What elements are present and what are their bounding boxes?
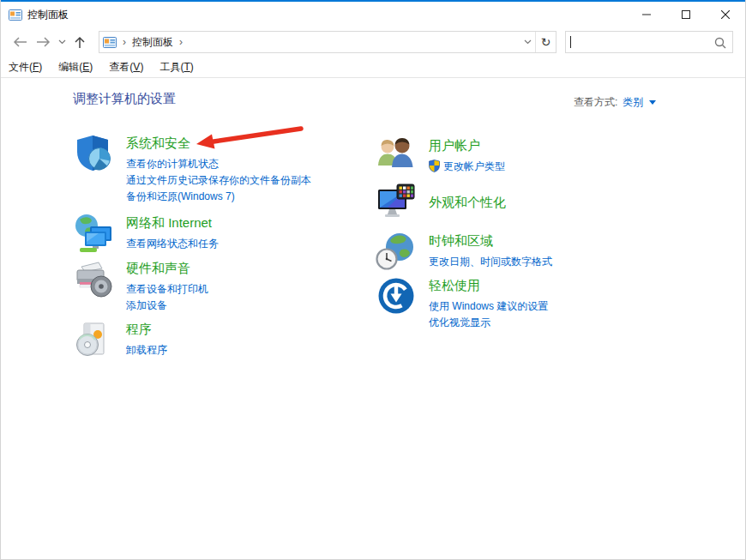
view-by-value[interactable]: 类别: [623, 95, 643, 110]
menu-bar: 文件(F) 编辑(E) 查看(V) 工具(T): [1, 57, 745, 78]
category-clock-region: 时钟和区域 更改日期、时间或数字格式: [376, 231, 552, 272]
chevron-down-icon[interactable]: [649, 100, 656, 105]
forward-button[interactable]: [32, 30, 56, 54]
menu-label: 工具(: [159, 61, 183, 73]
printer-speaker-icon[interactable]: [73, 258, 114, 299]
arrow-up-icon: [74, 35, 86, 49]
category-system-and-security: 系统和安全 查看你的计算机状态 通过文件历史记录保存你的文件备份副本 备份和还原…: [73, 133, 311, 205]
menu-label: ): [140, 61, 143, 73]
page-title: 调整计算机的设置: [73, 91, 176, 107]
control-panel-icon: [9, 9, 22, 21]
minimize-icon: [642, 10, 651, 19]
category-title-clock-region[interactable]: 时钟和区域: [429, 232, 552, 250]
task-link-view-devices-printers[interactable]: 查看设备和打印机: [126, 281, 208, 298]
control-panel-window: 控制面板: [0, 0, 746, 560]
task-link-backup-restore-win7[interactable]: 备份和还原(Windows 7): [126, 189, 311, 205]
task-link-file-history-backup[interactable]: 通过文件历史记录保存你的文件备份副本: [126, 172, 311, 189]
menu-label: 编辑(: [58, 61, 82, 73]
category-title-system-security[interactable]: 系统和安全: [126, 135, 311, 152]
category-title-user-accounts[interactable]: 用户帐户: [429, 137, 505, 154]
category-title-network-internet[interactable]: 网络和 Internet: [126, 214, 219, 232]
uac-shield-icon: [429, 160, 440, 178]
category-title-ease-of-access[interactable]: 轻松使用: [429, 277, 548, 294]
category-hardware-sound: 硬件和声音 查看设备和打印机 添加设备: [73, 258, 208, 314]
task-link-change-account-type[interactable]: 更改帐户类型: [429, 159, 505, 178]
minimize-button[interactable]: [627, 2, 666, 27]
task-link-optimize-visual-display[interactable]: 优化视觉显示: [429, 315, 548, 331]
breadcrumb-separator[interactable]: ›: [117, 36, 132, 48]
category-ease-of-access: 轻松使用 使用 Windows 建议的设置 优化视觉显示: [376, 275, 548, 331]
window-controls: [627, 2, 745, 27]
breadcrumb-separator[interactable]: ›: [173, 36, 189, 48]
address-bar[interactable]: › 控制面板 › ↻: [99, 31, 556, 53]
maximize-icon: [682, 10, 690, 19]
task-link-add-device[interactable]: 添加设备: [126, 298, 208, 314]
breadcrumb-control-panel[interactable]: 控制面板: [132, 35, 173, 50]
up-button[interactable]: [68, 30, 92, 54]
category-title-programs[interactable]: 程序: [126, 321, 167, 338]
menu-edit[interactable]: 编辑(E): [58, 60, 93, 75]
control-panel-icon: [103, 37, 117, 48]
refresh-icon: ↻: [541, 35, 551, 49]
category-title-hardware-sound[interactable]: 硬件和声音: [126, 260, 208, 277]
task-link-uninstall-program[interactable]: 卸载程序: [126, 342, 167, 358]
task-link-suggested-settings[interactable]: 使用 Windows 建议的设置: [429, 298, 548, 315]
task-link-change-date-time-format[interactable]: 更改日期、时间或数字格式: [429, 254, 552, 270]
menu-file[interactable]: 文件(F): [9, 60, 42, 75]
search-icon: [714, 37, 726, 52]
category-user-accounts: 用户帐户 更改帐户类型: [376, 135, 505, 178]
chevron-down-icon: [524, 39, 532, 45]
menu-label: 查看(: [109, 61, 133, 73]
close-button[interactable]: [706, 2, 745, 27]
menu-label: ): [89, 61, 93, 73]
globe-clock-icon[interactable]: [376, 231, 417, 272]
software-box-cd-icon[interactable]: [73, 319, 114, 360]
ease-of-access-icon[interactable]: [376, 275, 417, 316]
menu-label: ): [39, 61, 42, 73]
menu-label: 文件(: [9, 61, 33, 73]
task-link-view-network-status[interactable]: 查看网络状态和任务: [126, 236, 219, 252]
recent-pages-dropdown[interactable]: [56, 30, 68, 54]
window-title: 控制面板: [27, 8, 69, 22]
close-icon: [721, 10, 730, 19]
address-dropdown-button[interactable]: [520, 32, 535, 52]
refresh-button[interactable]: ↻: [535, 32, 556, 52]
task-link-review-computer-status[interactable]: 查看你的计算机状态: [126, 156, 311, 172]
two-users-icon[interactable]: [376, 135, 417, 177]
monitor-palette-icon[interactable]: [376, 182, 417, 223]
menu-access-key: T: [183, 61, 190, 73]
menu-label: ): [190, 61, 194, 73]
arrow-right-icon: [36, 36, 51, 48]
category-title-appearance[interactable]: 外观和个性化: [429, 194, 506, 211]
menu-tools[interactable]: 工具(T): [159, 60, 193, 75]
view-by-label: 查看方式:: [574, 95, 617, 110]
menu-view[interactable]: 查看(V): [109, 60, 143, 75]
arrow-left-icon: [12, 36, 27, 48]
back-button[interactable]: [8, 30, 32, 54]
search-box[interactable]: [565, 31, 733, 53]
view-by-control: 查看方式: 类别: [574, 95, 656, 110]
security-shield-icon[interactable]: [73, 133, 114, 174]
maximize-button[interactable]: [666, 2, 706, 27]
category-network-internet: 网络和 Internet 查看网络状态和任务: [73, 213, 219, 254]
network-globe-monitors-icon[interactable]: [73, 213, 114, 254]
category-programs: 程序 卸载程序: [73, 319, 167, 360]
titlebar[interactable]: 控制面板: [1, 2, 745, 27]
task-link-label: 更改帐户类型: [443, 160, 505, 172]
navigation-toolbar: › 控制面板 › ↻: [1, 27, 745, 57]
category-appearance-personalization: 外观和个性化: [376, 182, 506, 223]
chevron-down-icon: [58, 39, 66, 45]
search-input[interactable]: [566, 32, 732, 52]
